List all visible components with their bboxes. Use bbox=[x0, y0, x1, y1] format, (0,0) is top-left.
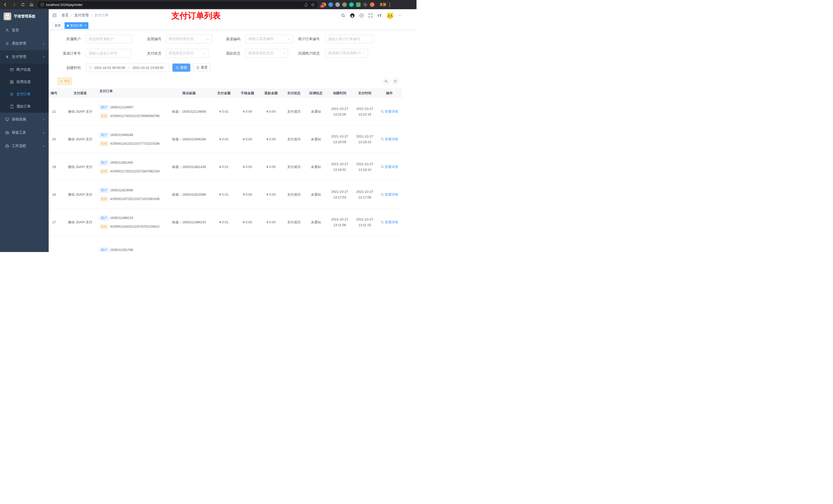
merchant-tag: 商户 bbox=[99, 247, 109, 252]
gear-icon bbox=[5, 42, 9, 46]
search-button[interactable]: 搜索 bbox=[172, 64, 190, 72]
reset-icon bbox=[196, 66, 199, 69]
app-no-select[interactable]: 请选择应用信息 bbox=[166, 34, 212, 43]
reset-button[interactable]: 重置 bbox=[193, 64, 211, 72]
cell-fee-amount: ¥ 0.00 bbox=[236, 209, 259, 236]
cell-pay-status: 支付成功 bbox=[283, 209, 305, 236]
download-icon bbox=[60, 80, 63, 83]
fullscreen-icon[interactable] bbox=[368, 13, 373, 18]
site-info-icon[interactable] bbox=[41, 3, 44, 6]
cell-notify-status: 未通知 bbox=[305, 125, 327, 153]
sidebar-item-pay[interactable]: ¥ 支付管理 bbox=[0, 50, 49, 64]
cell-notify-status: 未通知 bbox=[305, 98, 327, 125]
tab-home[interactable]: 首页 bbox=[52, 22, 63, 29]
font-size-icon[interactable]: тT bbox=[377, 13, 382, 18]
notify-status-select[interactable]: 请选择订单回调商户状态 bbox=[325, 49, 368, 57]
filter-label-channel-order-no: 渠道订单号 bbox=[49, 49, 81, 57]
browser-home-button[interactable] bbox=[28, 1, 35, 8]
extension-check-icon[interactable]: ✓ bbox=[349, 2, 354, 7]
browser-menu-icon[interactable] bbox=[389, 3, 390, 7]
filter-label-merchant-order-no: 商户订单编号 bbox=[284, 34, 320, 43]
filter-label-app-no: 应用编号 bbox=[130, 34, 161, 43]
browser-profile-avatar[interactable] bbox=[370, 2, 375, 7]
browser-forward-button[interactable] bbox=[11, 1, 18, 8]
cell-pay-amount: ¥ 0.01 bbox=[212, 181, 236, 208]
sidebar-item-home[interactable]: 首页 bbox=[0, 24, 49, 37]
pay-order-no: 4200001194202110276752100612 bbox=[110, 225, 160, 229]
address-bar[interactable]: localhost:1024/pay/order bbox=[38, 1, 318, 8]
collapse-sidebar-icon[interactable] bbox=[52, 13, 57, 18]
sidebar: 芋道管理系统 首页 系统管理 ¥ 支付管理 商户信息 应用信息 bbox=[0, 9, 49, 252]
extension-chat-icon[interactable]: ▢ bbox=[356, 2, 361, 7]
cell-order-id: 20 bbox=[49, 125, 64, 153]
browser-refresh-button[interactable] bbox=[20, 1, 26, 8]
cell-pay-status: 支付成功 bbox=[283, 98, 305, 125]
pay-status-select[interactable]: 请选择支付状态 bbox=[166, 49, 209, 57]
cell-action: 查看详情 bbox=[377, 125, 402, 153]
browser-back-button[interactable] bbox=[2, 1, 9, 8]
sidebar-item-pay-order[interactable]: 支付订单 bbox=[0, 88, 49, 100]
merchant-input[interactable] bbox=[86, 34, 132, 43]
search-icon[interactable] bbox=[341, 13, 345, 18]
document-icon bbox=[10, 104, 14, 109]
pay-tag: 支付 bbox=[99, 224, 109, 229]
cell-product-title: 标题：1635311823086 bbox=[166, 181, 212, 208]
refund-status-select[interactable]: 请选择退款状态 bbox=[245, 49, 288, 57]
view-detail-link[interactable]: 查看详情 bbox=[381, 165, 398, 169]
share-icon[interactable] bbox=[304, 3, 308, 7]
sidebar-item-app-info[interactable]: 应用信息 bbox=[0, 76, 49, 88]
toggle-search-button[interactable] bbox=[382, 78, 389, 85]
extension-icon[interactable]: 10 bbox=[322, 2, 326, 7]
browser-update-button[interactable]: 更新 bbox=[378, 2, 388, 8]
cell-pay-order: 商户 1635311468233 支付 42000011942021102767… bbox=[97, 209, 166, 236]
extension-icon[interactable] bbox=[335, 2, 340, 7]
page-title-annotation: 支付订单列表 bbox=[171, 10, 220, 22]
tab-pay-order[interactable]: 支付订单 × bbox=[65, 22, 88, 29]
avatar-caret-icon[interactable] bbox=[399, 14, 401, 17]
github-icon[interactable] bbox=[350, 13, 355, 18]
cell-order-id: 18 bbox=[49, 181, 64, 208]
yen-icon: ¥ bbox=[5, 55, 9, 59]
view-detail-link[interactable]: 查看详情 bbox=[381, 192, 398, 197]
export-button[interactable]: 导出 bbox=[57, 78, 72, 85]
merchant-order-no-input[interactable] bbox=[325, 34, 373, 43]
view-detail-link[interactable]: 查看详情 bbox=[381, 137, 398, 142]
forward-arrow-icon bbox=[12, 3, 16, 7]
extension-pin-icon[interactable]: • bbox=[363, 2, 367, 7]
breadcrumb-home[interactable]: 首页 bbox=[62, 13, 69, 18]
extensions-area: 10 ✓ ▢ • bbox=[322, 2, 375, 7]
close-tab-icon[interactable]: × bbox=[84, 24, 86, 27]
cell-pay-order: 商户 1635311949168 支付 42000011812021102777… bbox=[97, 125, 166, 153]
cell-create-time: 2021-10-2713:22:05 bbox=[327, 98, 353, 125]
breadcrumb-pay[interactable]: 支付管理 bbox=[74, 13, 89, 18]
table-row: 17 微信 JSAPI 支付 商户 1635311468233 支付 42000… bbox=[49, 209, 402, 236]
chevron-down-icon bbox=[362, 52, 365, 55]
extension-icon[interactable] bbox=[342, 2, 347, 7]
sidebar-item-infra[interactable]: 基础设施 bbox=[0, 113, 49, 126]
channel-order-no-input[interactable] bbox=[86, 49, 131, 57]
sidebar-item-dev-tools[interactable]: 研发工具 bbox=[0, 126, 49, 139]
view-detail-link[interactable]: 查看详情 bbox=[381, 220, 398, 224]
bookmark-star-icon[interactable] bbox=[311, 3, 315, 7]
sidebar-item-system[interactable]: 系统管理 bbox=[0, 37, 49, 50]
sidebar-item-workflow[interactable]: 工作流程 bbox=[0, 139, 49, 153]
cell-pay-amount: ¥ 0.01 bbox=[212, 125, 236, 153]
sidebar-item-merchant-info[interactable]: 商户信息 bbox=[0, 64, 49, 76]
filter-row-2: 渠道订单号 支付状态 请选择支付状态 退款状态 请选择退款状态 回调商户状态 请… bbox=[49, 49, 416, 57]
cell-refund-amount: ¥ 0.00 bbox=[259, 153, 283, 181]
cell-pay-amount: ¥ 0.01 bbox=[212, 209, 236, 236]
date-end-value: 2021-10-31 23:59:59 bbox=[133, 66, 163, 70]
user-avatar[interactable] bbox=[386, 11, 394, 19]
date-start-value: 2021-10-01 00:00:00 bbox=[94, 66, 125, 70]
cell-refund-amount: ¥ 0.00 bbox=[259, 98, 283, 125]
refresh-table-button[interactable] bbox=[392, 78, 399, 85]
create-time-range-picker[interactable]: 2021-10-01 00:00:00 - 2021-10-31 23:59:5… bbox=[86, 63, 169, 72]
view-detail-link[interactable]: 查看详情 bbox=[381, 110, 398, 114]
cell-create-time: 2021-10-2713:11:08 bbox=[327, 209, 353, 236]
cell-refund-amount: ¥ 0.00 bbox=[259, 209, 283, 236]
sidebar-item-refund-order[interactable]: 退款订单 bbox=[0, 100, 49, 113]
extension-icon[interactable] bbox=[328, 2, 333, 7]
cell-pay-status: 支付成功 bbox=[283, 125, 305, 153]
help-icon[interactable]: ? bbox=[359, 13, 364, 18]
search-icon bbox=[176, 66, 179, 69]
